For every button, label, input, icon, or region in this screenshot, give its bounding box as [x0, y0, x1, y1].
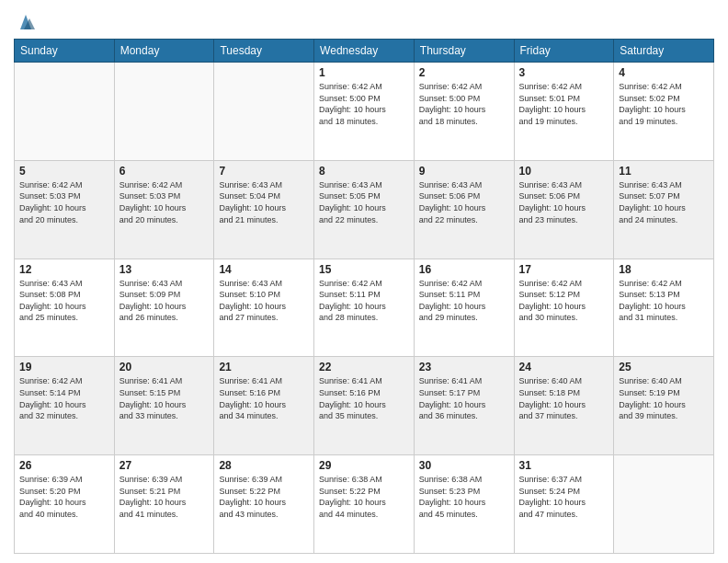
day-info: Sunrise: 6:40 AM Sunset: 5:18 PM Dayligh… — [519, 375, 609, 421]
calendar-cell: 20Sunrise: 6:41 AM Sunset: 5:15 PM Dayli… — [114, 357, 214, 455]
day-info: Sunrise: 6:41 AM Sunset: 5:16 PM Dayligh… — [319, 375, 409, 421]
day-info: Sunrise: 6:43 AM Sunset: 5:07 PM Dayligh… — [619, 179, 709, 225]
day-info: Sunrise: 6:38 AM Sunset: 5:22 PM Dayligh… — [319, 474, 409, 520]
day-info: Sunrise: 6:42 AM Sunset: 5:03 PM Dayligh… — [19, 179, 109, 225]
calendar-cell: 28Sunrise: 6:39 AM Sunset: 5:22 PM Dayli… — [214, 455, 314, 554]
day-number: 24 — [519, 361, 609, 373]
calendar-cell: 8Sunrise: 6:43 AM Sunset: 5:05 PM Daylig… — [314, 160, 415, 259]
calendar-cell — [15, 63, 115, 161]
day-number: 13 — [119, 263, 210, 276]
day-info: Sunrise: 6:42 AM Sunset: 5:00 PM Dayligh… — [419, 81, 509, 127]
calendar-cell: 5Sunrise: 6:42 AM Sunset: 5:03 PM Daylig… — [15, 160, 115, 259]
calendar-cell: 30Sunrise: 6:38 AM Sunset: 5:23 PM Dayli… — [414, 455, 514, 554]
day-number: 30 — [419, 459, 509, 472]
weekday-header-wednesday: Wednesday — [314, 40, 415, 63]
day-number: 6 — [119, 165, 210, 178]
calendar-cell: 19Sunrise: 6:42 AM Sunset: 5:14 PM Dayli… — [15, 357, 115, 455]
day-number: 10 — [519, 165, 609, 178]
calendar-cell: 3Sunrise: 6:42 AM Sunset: 5:01 PM Daylig… — [514, 63, 614, 161]
day-number: 11 — [619, 165, 709, 178]
calendar-cell: 17Sunrise: 6:42 AM Sunset: 5:12 PM Dayli… — [514, 259, 614, 357]
calendar-cell: 15Sunrise: 6:42 AM Sunset: 5:11 PM Dayli… — [314, 259, 415, 357]
logo-icon — [17, 13, 35, 31]
day-info: Sunrise: 6:42 AM Sunset: 5:13 PM Dayligh… — [619, 278, 709, 324]
calendar-week-row: 1Sunrise: 6:42 AM Sunset: 5:00 PM Daylig… — [15, 63, 714, 161]
weekday-header-saturday: Saturday — [614, 40, 714, 63]
day-info: Sunrise: 6:41 AM Sunset: 5:16 PM Dayligh… — [219, 375, 309, 421]
day-info: Sunrise: 6:43 AM Sunset: 5:05 PM Dayligh… — [319, 179, 409, 225]
day-number: 28 — [219, 459, 309, 472]
weekday-header-thursday: Thursday — [414, 40, 514, 63]
calendar-cell: 26Sunrise: 6:39 AM Sunset: 5:20 PM Dayli… — [15, 455, 115, 554]
day-info: Sunrise: 6:42 AM Sunset: 5:01 PM Dayligh… — [519, 81, 609, 127]
day-number: 7 — [219, 165, 309, 178]
day-info: Sunrise: 6:42 AM Sunset: 5:02 PM Dayligh… — [619, 81, 709, 127]
calendar-cell: 6Sunrise: 6:42 AM Sunset: 5:03 PM Daylig… — [114, 160, 214, 259]
day-number: 19 — [19, 361, 109, 373]
day-info: Sunrise: 6:41 AM Sunset: 5:17 PM Dayligh… — [419, 375, 509, 421]
day-number: 4 — [619, 66, 709, 79]
day-info: Sunrise: 6:43 AM Sunset: 5:10 PM Dayligh… — [219, 278, 309, 324]
weekday-header-sunday: Sunday — [15, 40, 115, 63]
day-number: 8 — [319, 165, 409, 178]
day-info: Sunrise: 6:42 AM Sunset: 5:03 PM Dayligh… — [119, 179, 210, 225]
calendar-week-row: 12Sunrise: 6:43 AM Sunset: 5:08 PM Dayli… — [15, 259, 714, 357]
logo — [14, 13, 35, 31]
day-number: 15 — [319, 263, 409, 276]
weekday-header-friday: Friday — [514, 40, 614, 63]
calendar-week-row: 26Sunrise: 6:39 AM Sunset: 5:20 PM Dayli… — [15, 455, 714, 554]
day-number: 21 — [219, 361, 309, 373]
day-number: 12 — [19, 263, 109, 276]
calendar-cell: 24Sunrise: 6:40 AM Sunset: 5:18 PM Dayli… — [514, 357, 614, 455]
day-number: 22 — [319, 361, 409, 373]
calendar-cell: 13Sunrise: 6:43 AM Sunset: 5:09 PM Dayli… — [114, 259, 214, 357]
day-info: Sunrise: 6:39 AM Sunset: 5:22 PM Dayligh… — [219, 474, 309, 520]
day-number: 16 — [419, 263, 509, 276]
day-info: Sunrise: 6:43 AM Sunset: 5:06 PM Dayligh… — [519, 179, 609, 225]
calendar-week-row: 5Sunrise: 6:42 AM Sunset: 5:03 PM Daylig… — [15, 160, 714, 259]
calendar-cell: 9Sunrise: 6:43 AM Sunset: 5:06 PM Daylig… — [414, 160, 514, 259]
calendar-cell: 16Sunrise: 6:42 AM Sunset: 5:11 PM Dayli… — [414, 259, 514, 357]
calendar-cell: 11Sunrise: 6:43 AM Sunset: 5:07 PM Dayli… — [614, 160, 714, 259]
day-info: Sunrise: 6:38 AM Sunset: 5:23 PM Dayligh… — [419, 474, 509, 520]
day-number: 29 — [319, 459, 409, 472]
calendar-cell: 23Sunrise: 6:41 AM Sunset: 5:17 PM Dayli… — [414, 357, 514, 455]
calendar-cell: 21Sunrise: 6:41 AM Sunset: 5:16 PM Dayli… — [214, 357, 314, 455]
calendar-week-row: 19Sunrise: 6:42 AM Sunset: 5:14 PM Dayli… — [15, 357, 714, 455]
day-number: 27 — [119, 459, 210, 472]
day-number: 5 — [19, 165, 109, 178]
day-info: Sunrise: 6:43 AM Sunset: 5:06 PM Dayligh… — [419, 179, 509, 225]
calendar-cell: 1Sunrise: 6:42 AM Sunset: 5:00 PM Daylig… — [314, 63, 415, 161]
calendar-cell — [214, 63, 314, 161]
day-number: 1 — [319, 66, 409, 79]
day-number: 31 — [519, 459, 609, 472]
calendar-cell: 12Sunrise: 6:43 AM Sunset: 5:08 PM Dayli… — [15, 259, 115, 357]
calendar-cell: 18Sunrise: 6:42 AM Sunset: 5:13 PM Dayli… — [614, 259, 714, 357]
day-number: 14 — [219, 263, 309, 276]
day-info: Sunrise: 6:41 AM Sunset: 5:15 PM Dayligh… — [119, 375, 210, 421]
calendar-cell — [114, 63, 214, 161]
page: SundayMondayTuesdayWednesdayThursdayFrid… — [0, 0, 728, 563]
day-info: Sunrise: 6:42 AM Sunset: 5:11 PM Dayligh… — [419, 278, 509, 324]
weekday-header-monday: Monday — [114, 40, 214, 63]
calendar-cell: 4Sunrise: 6:42 AM Sunset: 5:02 PM Daylig… — [614, 63, 714, 161]
calendar-cell: 27Sunrise: 6:39 AM Sunset: 5:21 PM Dayli… — [114, 455, 214, 554]
day-info: Sunrise: 6:40 AM Sunset: 5:19 PM Dayligh… — [619, 375, 709, 421]
calendar-cell: 7Sunrise: 6:43 AM Sunset: 5:04 PM Daylig… — [214, 160, 314, 259]
calendar-cell — [614, 455, 714, 554]
calendar: SundayMondayTuesdayWednesdayThursdayFrid… — [14, 39, 714, 554]
day-info: Sunrise: 6:42 AM Sunset: 5:12 PM Dayligh… — [519, 278, 609, 324]
day-info: Sunrise: 6:43 AM Sunset: 5:09 PM Dayligh… — [119, 278, 210, 324]
day-number: 2 — [419, 66, 509, 79]
calendar-cell: 14Sunrise: 6:43 AM Sunset: 5:10 PM Dayli… — [214, 259, 314, 357]
day-info: Sunrise: 6:43 AM Sunset: 5:08 PM Dayligh… — [19, 278, 109, 324]
day-info: Sunrise: 6:37 AM Sunset: 5:24 PM Dayligh… — [519, 474, 609, 520]
day-number: 25 — [619, 361, 709, 373]
calendar-cell: 31Sunrise: 6:37 AM Sunset: 5:24 PM Dayli… — [514, 455, 614, 554]
calendar-cell: 10Sunrise: 6:43 AM Sunset: 5:06 PM Dayli… — [514, 160, 614, 259]
header — [14, 9, 714, 31]
day-number: 9 — [419, 165, 509, 178]
day-info: Sunrise: 6:43 AM Sunset: 5:04 PM Dayligh… — [219, 179, 309, 225]
day-number: 20 — [119, 361, 210, 373]
day-info: Sunrise: 6:39 AM Sunset: 5:20 PM Dayligh… — [19, 474, 109, 520]
